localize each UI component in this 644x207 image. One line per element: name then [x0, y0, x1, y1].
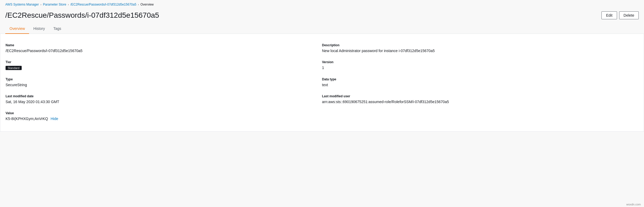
detail-version-label: Version	[322, 60, 639, 64]
breadcrumb-sep-3: ›	[138, 3, 139, 6]
delete-button[interactable]: Delete	[619, 11, 639, 19]
breadcrumb-current: Overview	[141, 3, 154, 6]
breadcrumb-sep-2: ›	[68, 3, 69, 6]
detail-last-modified-user-label: Last modified user	[322, 94, 639, 98]
detail-last-modified-user-value: arn:aws:sts::690190675251:assumed-role/R…	[322, 100, 639, 104]
breadcrumb-aws-systems-manager[interactable]: AWS Systems Manager	[5, 3, 39, 6]
edit-button[interactable]: Edit	[601, 11, 617, 19]
detail-type: Type SecureString	[6, 74, 322, 91]
detail-data-type-label: Data type	[322, 77, 639, 81]
detail-value-label: Value	[6, 111, 638, 115]
breadcrumb-parameter-store[interactable]: Parameter Store	[43, 3, 66, 6]
detail-last-modified-user: Last modified user arn:aws:sts::69019067…	[322, 91, 639, 108]
hide-link[interactable]: Hide	[50, 117, 58, 121]
breadcrumb-parameter-name[interactable]: /EC2Rescue/Passwords/i-07df312d5e15670a5	[70, 3, 136, 6]
header-actions: Edit Delete	[601, 11, 639, 19]
detail-type-label: Type	[6, 77, 322, 81]
content-area: Name /EC2Rescue/Passwords/i-07df312d5e15…	[0, 34, 644, 132]
tier-badge: Standard	[6, 66, 22, 70]
value-text: K5-8I(KPHXGym;AnVrKQ	[6, 117, 48, 121]
tabs-container: Overview History Tags	[0, 24, 644, 34]
detail-name-label: Name	[6, 43, 322, 47]
tab-history[interactable]: History	[29, 24, 49, 34]
detail-name: Name /EC2Rescue/Passwords/i-07df312d5e15…	[6, 40, 322, 57]
breadcrumb-sep-1: ›	[40, 3, 41, 6]
detail-description-label: Description	[322, 43, 639, 47]
detail-name-value: /EC2Rescue/Passwords/i-07df312d5e15670a5	[6, 49, 322, 53]
detail-value: Value K5-8I(KPHXGym;AnVrKQ Hide	[6, 108, 638, 125]
detail-value-value: K5-8I(KPHXGym;AnVrKQ Hide	[6, 117, 638, 121]
footer: wsxdn.com	[623, 202, 644, 207]
breadcrumb: AWS Systems Manager › Parameter Store › …	[0, 0, 644, 9]
detail-tier-label: Tier	[6, 60, 322, 64]
detail-last-modified-date-value: Sat, 16 May 2020 01:43:30 GMT	[6, 100, 322, 104]
detail-data-type: Data type text	[322, 74, 639, 91]
footer-text: wsxdn.com	[626, 203, 641, 206]
detail-tier: Tier Standard	[6, 57, 322, 74]
tab-overview[interactable]: Overview	[5, 24, 29, 34]
detail-version-value: 1	[322, 66, 639, 70]
detail-version: Version 1	[322, 57, 639, 74]
details-grid: Name /EC2Rescue/Passwords/i-07df312d5e15…	[6, 40, 638, 125]
detail-description: Description New local Administrator pass…	[322, 40, 639, 57]
detail-last-modified-date: Last modified date Sat, 16 May 2020 01:4…	[6, 91, 322, 108]
detail-type-value: SecureString	[6, 83, 322, 87]
detail-last-modified-date-label: Last modified date	[6, 94, 322, 98]
page-title: /EC2Rescue/Passwords/i-07df312d5e15670a5	[5, 11, 159, 20]
page-header: /EC2Rescue/Passwords/i-07df312d5e15670a5…	[0, 9, 644, 24]
tab-tags[interactable]: Tags	[49, 24, 66, 34]
detail-description-value: New local Administrator password for ins…	[322, 49, 639, 53]
detail-data-type-value: text	[322, 83, 639, 87]
detail-tier-value: Standard	[6, 66, 322, 70]
